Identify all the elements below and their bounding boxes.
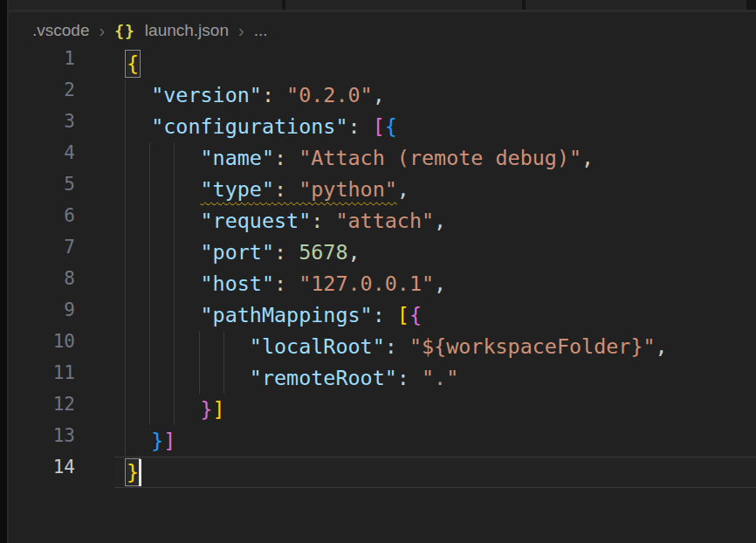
editor-tab-3[interactable]: [526, 0, 746, 10]
line-content: "name": "Attach (remote debug)",: [127, 146, 594, 170]
token-num: 5678: [299, 240, 347, 265]
token-b2: [: [373, 114, 385, 139]
indent-guide: [125, 205, 126, 237]
indent-guide: [125, 425, 126, 457]
token-ws: [127, 177, 201, 202]
token-ws: [127, 83, 151, 107]
code-line-11[interactable]: "remoteRoot": ".": [9, 362, 756, 394]
token-pun: ,: [348, 240, 361, 265]
token-key: "host": [201, 272, 275, 296]
breadcrumb-folder[interactable]: .vscode: [32, 21, 89, 40]
token-ws: [127, 303, 201, 327]
token-pun: ,: [581, 146, 594, 170]
code-line-10[interactable]: "localRoot": "${workspaceFolder}",: [9, 331, 756, 362]
line-content: {: [127, 52, 139, 76]
chevron-right-icon: ›: [238, 22, 244, 39]
token-ws: [127, 334, 250, 359]
token-b2: ]: [163, 429, 175, 453]
token-key: "version": [151, 83, 262, 107]
token-ws: [127, 114, 151, 139]
code-line-6[interactable]: "request": "attach",: [9, 205, 756, 237]
breadcrumb-file[interactable]: launch.json: [145, 21, 229, 40]
code-line-2[interactable]: "version": "0.2.0",: [9, 79, 756, 111]
token-str: "attach": [335, 209, 434, 233]
indent-guide: [125, 394, 126, 425]
code-line-14[interactable]: }: [9, 457, 756, 488]
token-b2: {: [409, 303, 422, 327]
code-line-1[interactable]: {: [9, 48, 756, 79]
line-content: }: [127, 460, 139, 485]
chevron-right-icon: ›: [99, 22, 105, 39]
indent-guide: [125, 362, 126, 394]
line-content: "localRoot": "${workspaceFolder}",: [127, 334, 668, 359]
editor-pane[interactable]: 1234567891011121314 { "version": "0.2.0"…: [9, 48, 756, 543]
code-line-9[interactable]: "pathMappings": [{: [9, 299, 756, 331]
token-pun: :: [262, 83, 286, 107]
code-line-5[interactable]: "type": "python",: [9, 174, 756, 205]
left-rail: [0, 0, 7, 543]
json-file-icon: {}: [114, 22, 135, 40]
indent-guide: [125, 299, 126, 331]
token-pun: :: [373, 303, 397, 327]
token-pun: ,: [397, 177, 409, 202]
breadcrumb: .vscode › {} launch.json › ...: [32, 17, 267, 44]
indent-guide: [125, 237, 126, 268]
vscode-editor-window: .vscode › {} launch.json › ... 123456789…: [0, 0, 756, 543]
token-pun: :: [397, 366, 422, 390]
token-ws: [127, 397, 201, 422]
token-str: "${workspaceFolder}": [409, 334, 656, 359]
token-key: "port": [201, 240, 275, 265]
token-str: "Attach (remote debug)": [299, 146, 581, 170]
editor-tab-2[interactable]: [285, 0, 522, 10]
indent-guide: [125, 174, 126, 205]
line-content: "remoteRoot": ".": [127, 366, 458, 390]
indent-guide: [125, 142, 126, 174]
token-pun: ,: [434, 272, 446, 296]
indent-guide: [125, 111, 126, 142]
code-line-7[interactable]: "port": 5678,: [9, 237, 756, 268]
token-key: "configurations": [151, 114, 347, 139]
breadcrumb-symbol[interactable]: ...: [254, 21, 268, 40]
matched-bracket: {: [127, 52, 139, 76]
token-ws: [127, 209, 201, 233]
token-b1: ]: [213, 397, 225, 422]
code-area[interactable]: { "version": "0.2.0", "configurations": …: [9, 48, 756, 488]
token-pun: :: [274, 177, 299, 202]
token-str: ".": [422, 366, 458, 390]
code-line-8[interactable]: "host": "127.0.0.1",: [9, 268, 756, 299]
token-ws: [127, 429, 151, 453]
token-str: "0.2.0": [286, 83, 373, 107]
line-content: "pathMappings": [{: [127, 303, 422, 327]
token-b3: {: [385, 114, 397, 139]
code-line-4[interactable]: "name": "Attach (remote debug)",: [9, 142, 756, 174]
token-key: "remoteRoot": [250, 366, 397, 390]
line-content: "configurations": [{: [127, 114, 397, 139]
token-str: "python": [299, 177, 397, 202]
line-content: "request": "attach",: [127, 209, 446, 233]
token-pun: ,: [373, 83, 385, 107]
token-ws: [127, 272, 201, 296]
indent-guide: [125, 79, 126, 111]
token-pun: :: [274, 240, 299, 265]
token-pun: :: [274, 146, 299, 170]
line-content: "port": 5678,: [127, 240, 361, 265]
token-key: "request": [201, 209, 312, 233]
code-line-3[interactable]: "configurations": [{: [9, 111, 756, 142]
editor-tab-1[interactable]: [9, 0, 282, 10]
token-key: "name": [201, 146, 275, 170]
text-cursor: [139, 459, 141, 486]
token-ws: [127, 366, 250, 390]
token-b1: [: [397, 303, 409, 327]
line-content: "type": "python",: [127, 177, 409, 202]
token-ws: [127, 240, 201, 265]
indent-guide: [125, 331, 126, 362]
token-pun: :: [348, 114, 373, 139]
warning-squiggle: "type": "python": [201, 177, 397, 202]
token-b2: }: [201, 397, 213, 422]
code-line-13[interactable]: }]: [9, 425, 756, 457]
code-line-12[interactable]: }]: [9, 394, 756, 425]
token-pun: :: [385, 334, 409, 359]
token-key: "pathMappings": [201, 303, 373, 327]
token-b3: }: [151, 429, 163, 453]
token-ws: [127, 146, 201, 170]
